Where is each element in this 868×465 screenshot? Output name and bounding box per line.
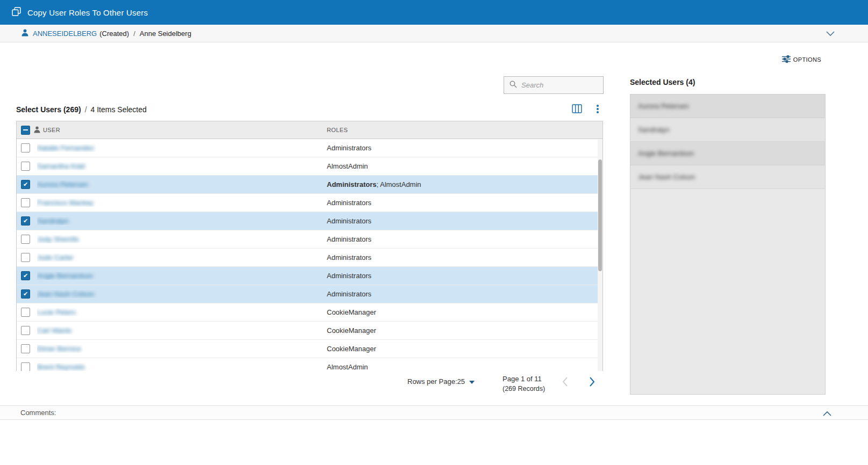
roles-cell: Administrators — [327, 217, 602, 225]
role-text: AlmostAdmin — [327, 363, 368, 371]
table-row[interactable]: Lucie Peters CookieManager — [17, 303, 602, 322]
roles-cell: AlmostAdmin — [327, 162, 602, 170]
selected-user-name: Sandralyn — [638, 126, 670, 134]
row-checkbox[interactable] — [21, 271, 30, 280]
selected-user-name: Jean Nash Colson — [638, 173, 695, 181]
column-settings-icon[interactable] — [572, 104, 582, 115]
selected-user-name: Aurora Petersen — [638, 102, 689, 110]
user-cell: Angie Bernardson — [37, 272, 327, 280]
user-name-link[interactable]: Sandralyn — [37, 217, 69, 225]
user-name-link[interactable]: Samantha Kidd — [37, 162, 85, 170]
user-name-link[interactable]: Jude Carter — [37, 253, 74, 261]
search-box — [504, 76, 604, 94]
items-selected-summary: 4 Items Selected — [91, 105, 147, 114]
row-checkbox[interactable] — [21, 162, 30, 171]
roles-column-label: ROLES — [327, 127, 348, 133]
role-text: Administrators — [327, 235, 371, 243]
roles-cell: CookieManager — [327, 326, 602, 335]
rows-per-page-dropdown[interactable]: Rows per Page:25 — [407, 377, 475, 386]
breadcrumb-user-name: Anne Seidelberg — [140, 30, 191, 38]
role-text: Administrators — [327, 253, 371, 261]
user-name-link[interactable]: Brent Reynolds — [37, 363, 85, 371]
window-title: Copy User Roles To Other Users — [27, 8, 148, 17]
user-name-link[interactable]: Lucie Peters — [37, 308, 76, 316]
table-row[interactable]: Carl Wards CookieManager — [17, 322, 602, 340]
row-checkbox[interactable] — [21, 180, 30, 189]
row-checkbox[interactable] — [21, 253, 30, 262]
roles-cell: Administrators — [327, 235, 602, 243]
table-row[interactable]: Jean Nash Colson Administrators — [17, 285, 602, 303]
rows-per-page-label: Rows per Page: — [407, 377, 457, 386]
user-cell: Jude Carter — [37, 253, 327, 261]
selected-user-item[interactable]: Sandralyn — [630, 118, 825, 142]
selected-user-item[interactable]: Angie Bernardson — [630, 142, 825, 165]
table-row[interactable]: Jude Carter Administrators — [17, 249, 602, 267]
caret-down-icon — [469, 381, 475, 384]
records-label: (269 Records) — [503, 384, 545, 394]
search-input[interactable] — [521, 81, 616, 89]
more-actions-icon[interactable] — [594, 104, 601, 114]
roles-cell: CookieManager — [327, 308, 602, 316]
user-name-link[interactable]: Jody Sherrills — [37, 235, 79, 243]
user-name-link[interactable]: Aurora Petersen — [37, 180, 88, 188]
user-cell: Sandralyn — [37, 217, 327, 225]
search-icon — [510, 81, 517, 90]
user-cell: Lucie Peters — [37, 308, 327, 316]
user-column-header: USER — [30, 126, 327, 134]
table-row[interactable]: Francisco Mackey Administrators — [17, 194, 602, 212]
roles-cell: AlmostAdmin — [327, 363, 602, 371]
breadcrumb-user-link[interactable]: ANNESEIDELBERG — [33, 30, 97, 38]
row-checkbox[interactable] — [21, 143, 30, 152]
row-checkbox[interactable] — [21, 326, 30, 335]
row-checkbox[interactable] — [21, 362, 30, 371]
user-cell: Jody Sherrills — [37, 235, 327, 243]
comments-bar: Comments: — [0, 405, 868, 420]
chevron-up-icon[interactable] — [823, 410, 831, 418]
user-name-link[interactable]: Carl Wards — [37, 326, 72, 335]
role-text: Administrators — [327, 144, 371, 152]
title-separator: / — [85, 105, 87, 114]
roles-cell: Administrators — [327, 199, 602, 207]
selected-users-list: Aurora Petersen Sandralyn Angie Bernards… — [630, 94, 826, 395]
table-row[interactable]: Sandralyn Administrators — [17, 212, 602, 230]
table-row[interactable]: Elmer Bernice CookieManager — [17, 340, 602, 358]
breadcrumb: ANNESEIDELBERG (Created) / Anne Seidelbe… — [0, 25, 868, 42]
user-cell: Elmer Bernice — [37, 345, 327, 353]
table-row[interactable]: Samantha Kidd AlmostAdmin — [17, 157, 602, 176]
role-text: CookieManager — [327, 326, 376, 335]
role-text: ; AlmostAdmin — [376, 180, 421, 188]
next-page-icon[interactable] — [589, 377, 595, 389]
role-text: CookieManager — [327, 345, 376, 353]
row-checkbox[interactable] — [21, 344, 30, 353]
table-scrollbar-track — [598, 140, 602, 371]
chevron-down-icon[interactable] — [826, 30, 835, 38]
user-name-link[interactable]: Elmer Bernice — [37, 345, 81, 353]
page-info: Page 1 of 11 (269 Records) — [503, 374, 545, 394]
row-checkbox[interactable] — [21, 198, 30, 207]
roles-cell: Administrators — [327, 290, 602, 298]
rows-per-page-value: 25 — [457, 377, 465, 386]
row-checkbox[interactable] — [21, 289, 30, 299]
user-name-link[interactable]: Natalie Fernandez — [37, 144, 94, 152]
table-row[interactable]: Angie Bernardson Administrators — [17, 267, 602, 285]
previous-page-icon[interactable] — [562, 377, 568, 389]
titlebar: Copy User Roles To Other Users — [0, 0, 868, 25]
user-name-link[interactable]: Angie Bernardson — [37, 272, 93, 280]
table-scrollbar-thumb[interactable] — [598, 159, 602, 271]
user-name-link[interactable]: Jean Nash Colson — [37, 290, 94, 298]
options-button[interactable]: OPTIONS — [782, 55, 821, 64]
page-label: Page 1 of 11 — [503, 374, 545, 384]
row-checkbox[interactable] — [21, 308, 30, 317]
selected-user-item[interactable]: Aurora Petersen — [630, 95, 825, 118]
row-checkbox[interactable] — [21, 216, 30, 226]
row-checkbox[interactable] — [21, 235, 30, 244]
role-text: Administrators — [327, 217, 371, 225]
select-all-checkbox[interactable] — [21, 126, 30, 135]
table-row[interactable]: Brent Reynolds AlmostAdmin — [17, 358, 602, 371]
role-bold-text: Administrators — [327, 180, 376, 188]
table-row[interactable]: Aurora Petersen Administrators; AlmostAd… — [17, 176, 602, 194]
table-row[interactable]: Jody Sherrills Administrators — [17, 230, 602, 249]
table-row[interactable]: Natalie Fernandez Administrators — [17, 139, 602, 157]
selected-user-item[interactable]: Jean Nash Colson — [630, 165, 825, 189]
user-name-link[interactable]: Francisco Mackey — [37, 199, 94, 207]
